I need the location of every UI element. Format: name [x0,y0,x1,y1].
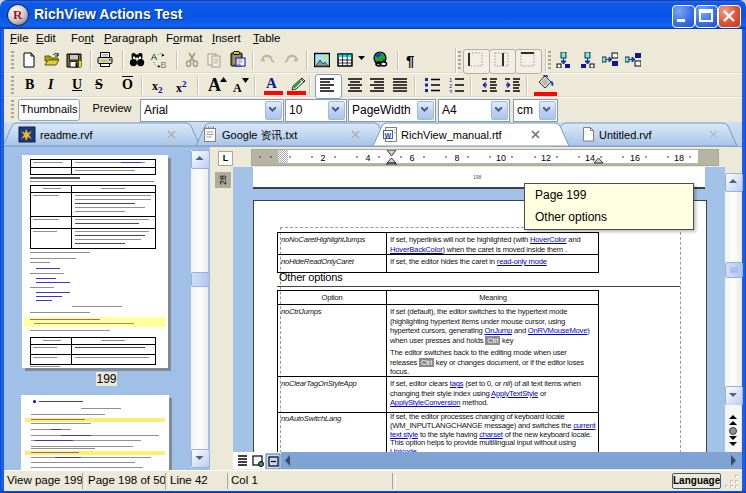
svg-text:RichView_manual.rtf: RichView_manual.rtf [401,129,503,141]
svg-text:4: 4 [365,153,370,163]
svg-text:W: W [385,132,392,139]
svg-text:2: 2 [320,153,325,163]
svg-text:Google 资讯.txt: Google 资讯.txt [222,129,297,141]
svg-text:Untitled.rvf: Untitled.rvf [599,129,653,141]
svg-text:3: 3 [449,89,453,93]
svg-text:readme.rvf: readme.rvf [40,129,94,141]
svg-text:6: 6 [409,153,414,163]
svg-text:16: 16 [630,153,640,163]
svg-text:18: 18 [674,153,684,163]
svg-text:8: 8 [454,153,459,163]
svg-text:12: 12 [541,153,551,163]
svg-text:10: 10 [496,153,506,163]
svg-text:A: A [151,52,157,62]
svg-text:14: 14 [585,153,595,163]
svg-text:B: B [161,60,167,68]
